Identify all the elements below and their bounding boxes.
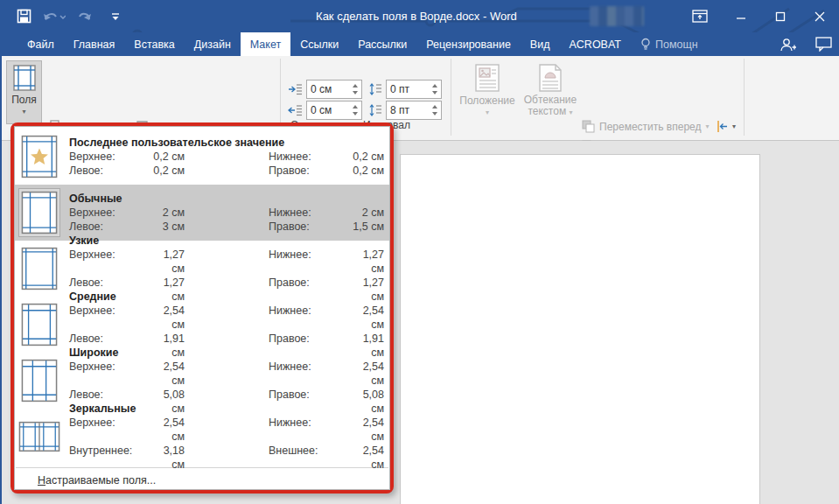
tab-file[interactable]: Файл [17, 32, 64, 56]
tab-tell-me[interactable]: Помощн [631, 32, 708, 56]
tab-review[interactable]: Рецензирование [416, 32, 521, 56]
indent-right-spinbox [306, 101, 362, 120]
medium-margins-icon [19, 301, 59, 348]
margins-button[interactable]: Поля ▾ [6, 60, 42, 124]
margin-preset-normal[interactable]: Обычные Верхнее: 2 см Нижнее: 2 см Левое… [15, 185, 389, 241]
dropdown-arrow-icon: ▾ [22, 108, 25, 116]
minimize-button[interactable] [721, 0, 760, 32]
tab-view[interactable]: Вид [521, 32, 560, 56]
indent-right-input[interactable] [307, 102, 349, 119]
indent-right-spinner[interactable] [349, 102, 361, 119]
dropdown-arrow-icon: ▾ [732, 123, 736, 130]
margin-preset-narrow[interactable]: Узкие Верхнее: 1,27 см Нижнее: 1,27 см Л… [15, 241, 389, 297]
dropdown-arrow-icon: ▾ [570, 108, 573, 116]
preset-title: Средние [69, 290, 389, 304]
spacing-before-spinner[interactable] [429, 80, 441, 98]
tab-acrobat[interactable]: ACROBAT [559, 32, 631, 56]
indent-left-spinner[interactable] [349, 80, 361, 98]
tab-references[interactable]: Ссылки [290, 32, 348, 56]
narrow-margins-icon [19, 245, 59, 292]
redacted-account-name [590, 6, 644, 26]
document-page[interactable] [400, 154, 760, 504]
share-icon[interactable] [779, 37, 796, 52]
dropdown-arrow-icon: ▾ [705, 123, 709, 130]
save-button[interactable] [12, 5, 35, 28]
spacing-before-input[interactable] [387, 80, 429, 98]
bring-forward-button[interactable]: Переместить вперед ▾ [582, 116, 710, 136]
tab-layout[interactable]: Макет [241, 32, 290, 56]
bring-forward-icon [582, 120, 595, 133]
close-button[interactable] [800, 0, 839, 32]
custom-margins-menu-item[interactable]: Настраиваемые поля... [15, 468, 389, 490]
text-wrap-icon [538, 64, 563, 92]
spacing-after-icon [369, 104, 382, 116]
indent-left-spinbox [306, 80, 362, 99]
position-icon [474, 64, 500, 92]
ribbon-display-options-button[interactable] [692, 0, 708, 32]
align-objects-button[interactable]: ▾ [716, 116, 736, 136]
align-icon [716, 120, 730, 133]
comment-icon[interactable] [815, 37, 832, 52]
margins-dropdown-menu: Последнее пользовательское значение Верх… [14, 126, 390, 490]
indent-left-icon [288, 83, 303, 95]
normal-margins-icon [19, 189, 59, 236]
customize-qat-button[interactable] [104, 5, 127, 28]
spacing-after-spinbox [386, 101, 442, 120]
word-window: Как сделать поля в Ворде.docx - Word Фай… [0, 0, 839, 504]
preset-title: Зеркальные [69, 402, 389, 416]
annotation-highlight: Последнее пользовательское значение Верх… [10, 122, 394, 494]
window-title: Как сделать поля в Ворде.docx - Word [316, 0, 517, 32]
mirrored-margins-icon [17, 419, 62, 454]
tab-mailings[interactable]: Рассылки [348, 32, 416, 56]
wide-margins-icon [19, 357, 59, 404]
preset-title: Широкие [69, 346, 389, 360]
undo-button[interactable] [43, 5, 66, 28]
preset-title: Последнее пользовательское значение [69, 136, 389, 150]
ribbon-tabs: Файл Главная Вставка Дизайн Макет Ссылки… [17, 32, 708, 56]
spacing-before-icon [369, 83, 382, 95]
quick-access-toolbar [12, 0, 127, 32]
tab-design[interactable]: Дизайн [185, 32, 241, 56]
spacing-after-input[interactable] [387, 102, 429, 119]
tab-insert[interactable]: Вставка [124, 32, 184, 56]
window-controls [721, 0, 839, 32]
spacing-before-spinbox [386, 80, 442, 99]
margin-preset-wide[interactable]: Широкие Верхнее: 2,54 см Нижнее: 2,54 см… [15, 353, 389, 409]
star-margins-icon [19, 133, 59, 180]
lightbulb-icon [640, 38, 651, 51]
maximize-button[interactable] [760, 0, 800, 32]
indent-right-icon [288, 104, 303, 116]
margin-preset-last-custom[interactable]: Последнее пользовательское значение Верх… [15, 129, 389, 185]
spacing-after-spinner[interactable] [429, 102, 441, 119]
position-button[interactable]: Положение ▾ [457, 60, 518, 124]
indent-left-input[interactable] [307, 80, 349, 98]
dropdown-arrow-icon: ▾ [486, 109, 489, 116]
margins-icon [13, 65, 36, 91]
redo-button[interactable] [73, 5, 96, 28]
preset-title: Узкие [69, 234, 389, 248]
tabrow-right-icons [779, 32, 832, 56]
preset-title: Обычные [69, 192, 389, 206]
tab-home[interactable]: Главная [64, 32, 125, 56]
margin-preset-mirrored[interactable]: Зеркальные Верхнее: 2,54 см Нижнее: 2,54… [15, 409, 389, 465]
text-wrap-button[interactable]: Обтекание текстом ▾ [520, 60, 581, 124]
margin-preset-medium[interactable]: Средние Верхнее: 2,54 см Нижнее: 2,54 см… [15, 297, 389, 353]
